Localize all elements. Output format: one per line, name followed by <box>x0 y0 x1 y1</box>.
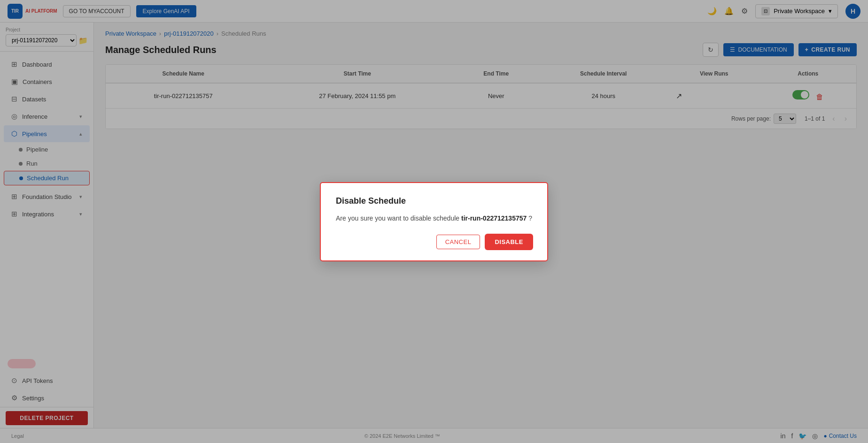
cancel-modal-button[interactable]: CANCEL <box>436 235 480 249</box>
modal-actions: CANCEL DISABLE <box>336 235 532 249</box>
disable-schedule-modal: Disable Schedule Are you sure you want t… <box>320 182 548 261</box>
modal-title: Disable Schedule <box>336 196 532 206</box>
modal-body-prefix: Are you sure you want to disable schedul… <box>336 214 461 222</box>
modal-overlay: Disable Schedule Are you sure you want t… <box>0 0 868 443</box>
modal-body-suffix: ? <box>527 214 532 222</box>
modal-schedule-name: tir-run-022712135757 <box>461 214 527 222</box>
modal-body: Are you sure you want to disable schedul… <box>336 214 532 223</box>
disable-modal-button[interactable]: DISABLE <box>486 235 532 249</box>
